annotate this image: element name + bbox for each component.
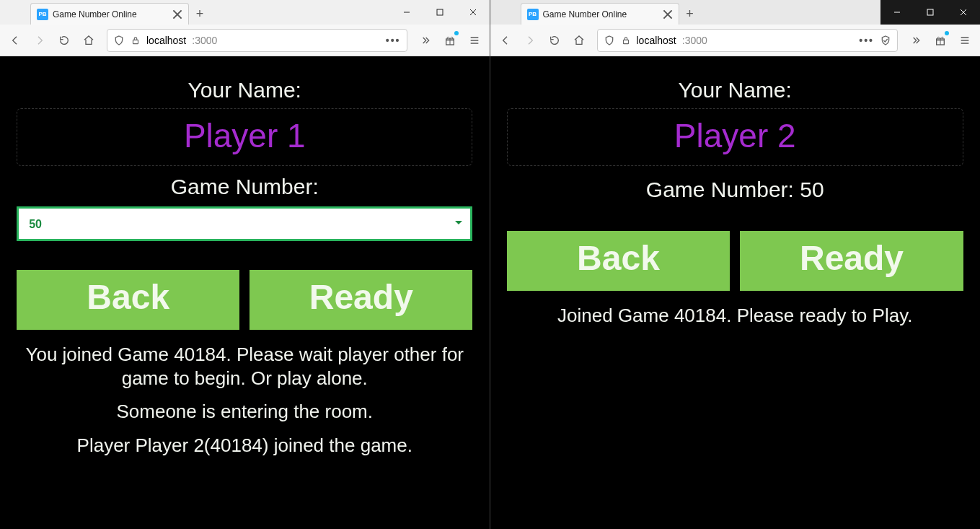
shield-icon bbox=[604, 35, 615, 46]
window-maximize-button[interactable] bbox=[423, 0, 456, 25]
name-label: Your Name: bbox=[17, 78, 472, 102]
status-message-3: Player Player 2(40184) joined the game. bbox=[17, 434, 472, 458]
app-menu-icon[interactable] bbox=[464, 30, 485, 51]
browser-tab[interactable]: PB Game Number Online bbox=[521, 3, 679, 25]
url-bar[interactable]: localhost:3000 ••• bbox=[597, 29, 899, 52]
ready-button[interactable]: Ready bbox=[740, 231, 963, 291]
page-actions-icon[interactable]: ••• bbox=[386, 35, 401, 46]
forward-nav-button[interactable] bbox=[519, 30, 541, 51]
tracking-protection-icon[interactable] bbox=[880, 35, 891, 46]
window-minimize-button[interactable] bbox=[390, 0, 423, 25]
window-minimize-button[interactable] bbox=[880, 0, 914, 25]
reload-button[interactable] bbox=[53, 30, 75, 51]
shield-icon bbox=[113, 35, 125, 46]
url-bar[interactable]: localhost:3000 ••• bbox=[107, 29, 407, 52]
ready-button[interactable]: Ready bbox=[250, 270, 472, 330]
tab-title: Game Number Online bbox=[543, 9, 658, 19]
url-port: :3000 bbox=[682, 35, 707, 46]
game-number-display: Game Number: 50 bbox=[507, 178, 963, 202]
favicon: PB bbox=[37, 9, 48, 20]
forward-nav-button[interactable] bbox=[29, 30, 50, 51]
game-number-select[interactable]: 50 bbox=[17, 206, 472, 241]
overflow-chevron-icon[interactable] bbox=[905, 30, 927, 51]
status-message-1: Joined Game 40184. Please ready to Play. bbox=[507, 304, 963, 328]
titlebar: PB Game Number Online + bbox=[490, 0, 981, 25]
url-port: :3000 bbox=[192, 35, 217, 46]
url-host: localhost bbox=[637, 35, 676, 46]
tab-close-icon[interactable] bbox=[172, 9, 182, 19]
new-tab-button[interactable]: + bbox=[189, 3, 211, 25]
url-host: localhost bbox=[146, 35, 186, 46]
toolbar: localhost:3000 ••• bbox=[490, 25, 981, 56]
status-message-1: You joined Game 40184. Please wait playe… bbox=[17, 343, 472, 390]
app-menu-icon[interactable] bbox=[954, 30, 976, 51]
page-actions-icon[interactable]: ••• bbox=[859, 35, 874, 46]
new-tab-button[interactable]: + bbox=[679, 3, 701, 25]
titlebar: PB Game Number Online + bbox=[0, 0, 490, 25]
window-close-button[interactable] bbox=[456, 0, 490, 25]
window-maximize-button[interactable] bbox=[914, 0, 947, 25]
home-button[interactable] bbox=[568, 30, 590, 51]
player-name-input[interactable] bbox=[507, 108, 963, 166]
back-button[interactable]: Back bbox=[507, 231, 730, 291]
svg-rect-0 bbox=[437, 9, 443, 15]
reload-button[interactable] bbox=[544, 30, 565, 51]
whats-new-icon[interactable] bbox=[930, 30, 951, 51]
status-message-2: Someone is entering the room. bbox=[17, 400, 472, 424]
browser-window-right: PB Game Number Online + localh bbox=[490, 0, 981, 529]
svg-rect-3 bbox=[927, 9, 933, 15]
toolbar: localhost:3000 ••• bbox=[0, 25, 490, 56]
back-button[interactable]: Back bbox=[17, 270, 239, 330]
window-close-button[interactable] bbox=[947, 0, 980, 25]
player-name-input[interactable] bbox=[17, 108, 472, 166]
game-number-label: Game Number: bbox=[17, 175, 472, 199]
home-button[interactable] bbox=[78, 30, 100, 51]
tab-close-icon[interactable] bbox=[663, 9, 673, 19]
browser-tab[interactable]: PB Game Number Online bbox=[30, 3, 189, 25]
svg-rect-1 bbox=[133, 40, 138, 43]
back-nav-button[interactable] bbox=[495, 30, 516, 51]
overflow-chevron-icon[interactable] bbox=[415, 30, 436, 51]
svg-rect-4 bbox=[623, 40, 628, 43]
back-nav-button[interactable] bbox=[4, 30, 26, 51]
lock-icon bbox=[131, 35, 141, 45]
browser-window-left: PB Game Number Online + localh bbox=[0, 0, 490, 529]
page-content: Your Name: Game Number: 50 Back Ready Jo… bbox=[490, 56, 981, 529]
tab-title: Game Number Online bbox=[53, 9, 168, 19]
whats-new-icon[interactable] bbox=[439, 30, 461, 51]
name-label: Your Name: bbox=[507, 78, 963, 102]
page-content: Your Name: Game Number: 50 Back Ready Yo… bbox=[0, 56, 490, 529]
lock-icon bbox=[621, 35, 631, 45]
favicon: PB bbox=[527, 9, 539, 20]
